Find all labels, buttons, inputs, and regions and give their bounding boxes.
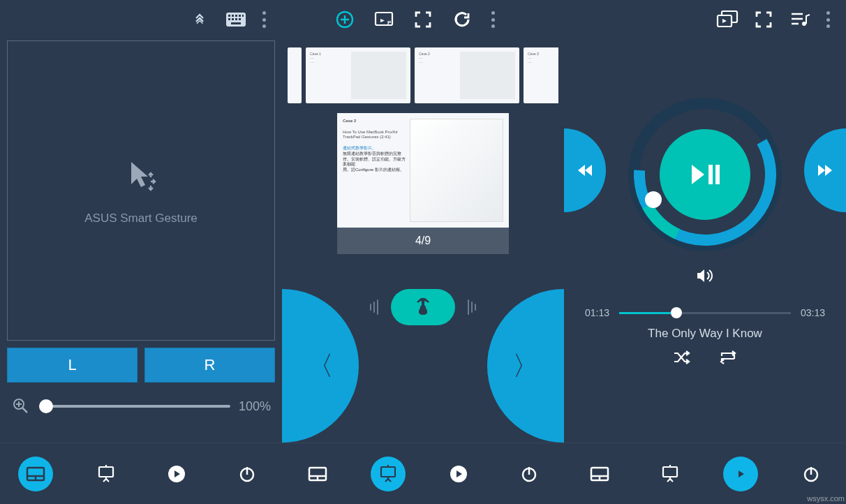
svg-rect-10 [231,22,241,24]
svg-point-26 [616,85,795,265]
zoom-row: 100% [11,396,271,416]
display-icon[interactable] [718,10,737,29]
cast-icon[interactable]: P [374,10,394,29]
volume-icon[interactable] [696,268,714,287]
collapse-icon[interactable] [190,10,209,29]
svg-rect-3 [235,15,237,17]
menu-dots-icon[interactable] [262,11,268,28]
trackpad-panel: ASUS Smart Gesture L R 100% [0,0,282,504]
forward-button[interactable] [804,128,846,212]
media-panel: 01:13 03:13 The Only Way I Know wsysx.co… [564,0,846,504]
nav-power-button[interactable] [794,457,829,491]
nav-power-button[interactable] [512,457,547,491]
svg-rect-8 [235,18,237,20]
presentation-panel: P Case 1········ Case 2········ Case 3··… [282,0,564,504]
svg-rect-31 [663,467,677,477]
thumbnail[interactable]: Case 3········ [524,47,558,103]
thumbnail[interactable]: Case 2········ [415,47,519,103]
chevron-right-icon: 〉 [512,348,539,384]
content-area: 01:13 03:13 The Only Way I Know [564,39,846,443]
svg-rect-20 [381,467,395,477]
zoom-slider[interactable] [39,405,230,408]
current-time: 01:13 [585,307,609,318]
svg-rect-9 [239,18,241,20]
rewind-icon [575,163,595,177]
chevron-left-icon: 〈 [307,348,334,384]
forward-icon [815,163,835,177]
zoom-thumb[interactable] [39,399,53,413]
topbar [564,0,846,39]
track-title: The Only Way I Know [564,327,846,341]
nav-media-button[interactable] [159,457,194,491]
slide-thumbnails[interactable]: Case 1········ Case 2········ Case 3····… [288,47,558,103]
nav-trackpad-button[interactable] [18,457,53,491]
nav-present-button[interactable] [653,457,688,491]
svg-text:P: P [387,20,392,26]
right-click-button[interactable]: R [144,348,275,383]
mouse-buttons: L R [7,348,275,383]
menu-dots-icon[interactable] [491,11,497,28]
zoom-in-icon[interactable] [11,396,31,416]
watermark: wsysx.com [807,494,845,503]
progress-row: 01:13 03:13 [585,307,825,318]
content-area: ASUS Smart Gesture L R 100% [0,39,282,443]
rewind-button[interactable] [564,128,606,212]
haptic-left-icon [370,299,378,315]
slide-title: Case 2 [343,119,356,123]
thumbnail[interactable]: Case 1········ [306,47,410,103]
svg-rect-1 [228,15,230,17]
touch-toggle-button[interactable] [391,289,455,325]
trackpad-label: ASUS Smart Gesture [84,212,198,225]
playback-options [564,350,846,368]
duration: 03:13 [801,307,825,318]
topbar: P [282,0,564,39]
keyboard-icon[interactable] [226,10,246,29]
thumbnail-partial[interactable] [288,47,302,103]
left-click-button[interactable]: L [7,348,138,383]
playlist-icon[interactable] [790,10,810,29]
bottom-nav [282,443,564,504]
bottom-nav [0,443,282,504]
progress-fill [619,312,671,314]
svg-rect-7 [232,18,234,20]
menu-dots-icon[interactable] [826,11,832,28]
nav-media-button[interactable] [723,457,758,491]
svg-rect-13 [99,467,113,477]
media-controls: 01:13 03:13 The Only Way I Know [564,39,846,346]
add-icon[interactable] [335,10,355,29]
svg-rect-2 [232,15,234,17]
slide-subtitle: How To Use MacBook Pro/Air TrackPad Gest… [343,130,398,140]
shuffle-icon [673,350,691,364]
nav-trackpad-button[interactable] [300,457,335,491]
slide-image: Case 2 How To Use MacBook Pro/Air TrackP… [337,113,509,228]
nav-present-button[interactable] [89,457,124,491]
trackpad-area[interactable]: ASUS Smart Gesture [7,40,275,341]
main-slide[interactable]: Case 2 How To Use MacBook Pro/Air TrackP… [337,113,509,254]
nav-trackpad-button[interactable] [582,457,617,491]
ring-handle[interactable] [645,191,662,208]
slide-counter: 4/9 [337,228,509,254]
zoom-value: 100% [239,399,271,414]
fullscreen-icon[interactable] [413,10,433,29]
content-area: Case 1········ Case 2········ Case 3····… [282,39,564,443]
haptic-right-icon [468,299,476,315]
svg-rect-5 [242,15,244,17]
shuffle-button[interactable] [673,350,691,368]
topbar [0,0,282,39]
nav-power-button[interactable] [230,457,265,491]
progress-thumb[interactable] [671,307,682,318]
repeat-icon [719,350,737,364]
progress-slider[interactable] [619,312,791,314]
nav-present-button[interactable] [371,457,406,491]
svg-rect-4 [239,15,241,17]
repeat-button[interactable] [719,350,737,368]
refresh-icon[interactable] [452,10,472,29]
fullscreen-icon[interactable] [754,10,773,29]
bottom-nav [564,443,846,504]
nav-media-button[interactable] [441,457,476,491]
svg-rect-6 [228,18,230,20]
play-ring[interactable] [628,98,782,251]
cursor-move-icon [121,156,161,202]
